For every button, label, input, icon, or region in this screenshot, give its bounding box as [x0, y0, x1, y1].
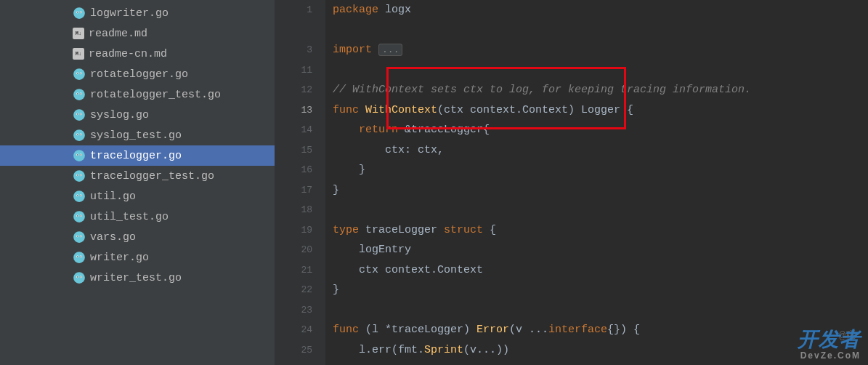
code-line[interactable]: func (l *traceLogger) Error(v ...interfa… — [333, 320, 868, 340]
line-number: 14 — [275, 120, 312, 140]
line-number: 13 — [275, 100, 312, 121]
svg-point-25 — [73, 150, 85, 161]
file-item-syslog_test-go[interactable]: syslog_test.go — [0, 125, 275, 145]
go-file-icon — [73, 108, 86, 121]
code-line[interactable]: import ... — [333, 40, 868, 60]
svg-point-9 — [81, 73, 81, 73]
code-line[interactable]: ctx: ctx, — [333, 140, 868, 161]
svg-point-3 — [77, 12, 78, 12]
svg-point-58 — [77, 276, 78, 277]
file-item-tracelogger-go[interactable]: tracelogger.go — [0, 145, 275, 166]
svg-point-54 — [81, 256, 81, 257]
project-file-tree[interactable]: logwriter.goM↓readme.mdM↓readme-cn.mdrot… — [0, 0, 275, 365]
line-number-gutter: 13111213141516171819202122232425 — [275, 0, 325, 365]
svg-point-34 — [81, 175, 81, 175]
go-file-icon — [73, 149, 86, 162]
file-name: tracelogger.go — [90, 150, 182, 162]
code-line[interactable]: ctx context.Context — [333, 260, 868, 281]
file-item-tracelogger_test-go[interactable]: tracelogger_test.go — [0, 166, 275, 186]
svg-point-4 — [81, 12, 81, 12]
file-name: writer.go — [90, 252, 149, 264]
svg-point-10 — [73, 89, 85, 100]
file-name: readme-cn.md — [89, 48, 167, 60]
file-name: rotatelogger_test.go — [90, 89, 221, 101]
code-line[interactable]: return &traceLogger{ — [333, 120, 868, 140]
svg-point-50 — [73, 252, 85, 263]
file-item-rotatelogger_test-go[interactable]: rotatelogger_test.go — [0, 84, 275, 105]
file-item-vars-go[interactable]: vars.go — [0, 227, 275, 247]
line-number: 17 — [275, 180, 312, 201]
file-name: util_test.go — [90, 211, 169, 223]
go-file-icon — [73, 68, 86, 81]
line-number — [275, 20, 312, 41]
svg-point-33 — [77, 175, 78, 175]
svg-point-24 — [81, 134, 81, 135]
file-name: writer_test.go — [90, 272, 182, 284]
file-item-logwriter-go[interactable]: logwriter.go — [0, 3, 275, 23]
file-item-readme-md[interactable]: M↓readme.md — [0, 23, 275, 44]
svg-point-30 — [73, 170, 85, 182]
file-item-util_test-go[interactable]: util_test.go — [0, 206, 275, 227]
code-line[interactable]: type traceLogger struct { — [333, 220, 868, 241]
line-number: 21 — [275, 260, 312, 281]
line-number: 1 — [275, 0, 312, 20]
svg-point-29 — [81, 154, 81, 155]
svg-point-8 — [77, 73, 78, 73]
file-item-rotatelogger-go[interactable]: rotatelogger.go — [0, 64, 275, 84]
line-number: 20 — [275, 240, 312, 260]
svg-point-28 — [77, 154, 78, 155]
file-name: logwriter.go — [90, 7, 169, 20]
markdown-file-icon: M↓ — [73, 48, 84, 60]
code-line[interactable]: } — [333, 180, 868, 201]
line-number: 12 — [275, 80, 312, 100]
svg-point-48 — [77, 236, 78, 236]
line-number: 15 — [275, 140, 312, 161]
code-content-area[interactable]: package logximport ...// WithContext set… — [325, 0, 868, 365]
file-item-readme-cn-md[interactable]: M↓readme-cn.md — [0, 44, 275, 64]
svg-point-44 — [81, 215, 81, 216]
file-name: util.go — [90, 190, 136, 203]
file-item-writer-go[interactable]: writer.go — [0, 247, 275, 268]
line-number: 19 — [275, 220, 312, 241]
line-number: 23 — [275, 300, 312, 321]
svg-point-14 — [81, 93, 81, 94]
code-line[interactable]: package logx — [333, 0, 868, 20]
go-file-icon — [73, 210, 86, 223]
file-item-writer_test-go[interactable]: writer_test.go — [0, 268, 275, 288]
svg-point-45 — [73, 231, 85, 243]
svg-point-35 — [73, 190, 85, 202]
go-file-icon — [73, 129, 86, 142]
svg-point-38 — [77, 195, 78, 196]
code-line[interactable]: logEntry — [333, 240, 868, 260]
go-file-icon — [73, 230, 86, 244]
file-name: readme.md — [89, 28, 147, 40]
code-line[interactable]: } — [333, 160, 868, 180]
svg-point-13 — [77, 93, 78, 94]
code-line[interactable]: func WithContext(ctx context.Context) Lo… — [333, 100, 868, 121]
code-line[interactable]: l.err(fmt.Sprint(v...)) — [333, 340, 868, 361]
code-line[interactable]: } — [333, 280, 868, 300]
code-editor[interactable]: 13111213141516171819202122232425 package… — [275, 0, 868, 365]
svg-point-49 — [81, 236, 81, 236]
line-number: 3 — [275, 40, 312, 60]
code-line[interactable] — [333, 200, 868, 220]
fold-placeholder[interactable]: ... — [378, 44, 402, 56]
file-item-syslog-go[interactable]: syslog.go — [0, 105, 275, 125]
svg-point-19 — [81, 113, 81, 114]
svg-point-15 — [73, 109, 85, 121]
go-file-icon — [73, 190, 86, 203]
svg-point-39 — [81, 195, 81, 196]
file-name: syslog_test.go — [90, 129, 182, 142]
file-name: syslog.go — [90, 109, 149, 121]
svg-point-59 — [81, 276, 81, 277]
file-item-util-go[interactable]: util.go — [0, 186, 275, 206]
code-line[interactable] — [333, 20, 868, 41]
go-file-icon — [73, 169, 86, 182]
code-line[interactable] — [333, 300, 868, 321]
code-line[interactable]: // WithContext sets ctx to log, for keep… — [333, 80, 868, 100]
svg-point-55 — [73, 272, 85, 284]
go-file-icon — [73, 88, 86, 101]
line-number: 16 — [275, 160, 312, 180]
svg-point-20 — [73, 129, 85, 141]
code-line[interactable] — [333, 60, 868, 81]
